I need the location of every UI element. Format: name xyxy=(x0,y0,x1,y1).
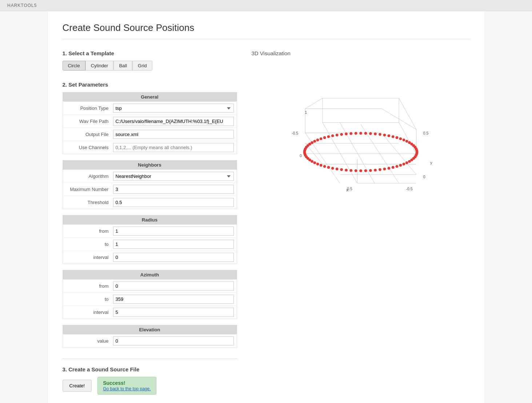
svg-point-81 xyxy=(340,133,343,136)
input-azimuth-to[interactable] xyxy=(113,295,234,304)
template-cylinder[interactable]: Cylinder xyxy=(85,61,114,71)
success-box: Success! Go back to the top page. xyxy=(97,377,156,395)
svg-point-46 xyxy=(374,169,377,172)
svg-point-90 xyxy=(383,133,386,136)
svg-point-87 xyxy=(369,132,372,135)
param-radius-interval: interval xyxy=(63,251,237,264)
svg-point-55 xyxy=(331,167,334,170)
input-radius-to[interactable] xyxy=(113,240,234,249)
label-radius-to: to xyxy=(66,242,113,247)
svg-point-74 xyxy=(313,140,316,143)
svg-point-85 xyxy=(359,132,362,135)
sound-source-circle xyxy=(303,132,418,172)
label-position-type: Position Type xyxy=(66,105,113,111)
input-use-channels[interactable] xyxy=(113,143,234,152)
svg-point-91 xyxy=(387,134,390,137)
label-wav-file-path: Wav File Path xyxy=(66,119,113,124)
svg-point-95 xyxy=(402,139,405,141)
input-radius-interval[interactable] xyxy=(113,253,234,262)
param-threshold: Threshold xyxy=(63,196,237,209)
svg-point-41 xyxy=(395,165,398,168)
svg-point-58 xyxy=(319,164,322,167)
label-use-channels: Use Channels xyxy=(66,145,113,150)
param-use-channels: Use Channels xyxy=(63,141,237,154)
input-algorithm[interactable]: NearestNeighbor xyxy=(113,172,234,181)
svg-point-45 xyxy=(379,168,381,171)
svg-point-51 xyxy=(349,169,352,172)
svg-point-96 xyxy=(405,140,408,143)
step2-title: 2. Set Parameters xyxy=(63,81,237,88)
label-maximum-number: Maximum Number xyxy=(66,187,113,192)
label-threshold: Threshold xyxy=(66,200,113,205)
step1-title: 1. Select a Template xyxy=(63,50,237,56)
viz-svg: x y -0.5 0.5 0.5 -0.5 0 0 1 xyxy=(252,60,470,213)
input-threshold[interactable] xyxy=(113,198,234,207)
svg-point-60 xyxy=(313,161,316,164)
svg-point-79 xyxy=(331,134,334,137)
svg-point-56 xyxy=(327,166,330,169)
svg-point-39 xyxy=(402,163,405,165)
svg-point-59 xyxy=(316,163,319,165)
template-ball[interactable]: Ball xyxy=(113,61,132,71)
svg-point-53 xyxy=(340,168,343,171)
svg-point-42 xyxy=(391,166,394,169)
create-button[interactable]: Create! xyxy=(63,380,92,392)
template-circle[interactable]: Circle xyxy=(63,61,85,71)
content-layout: 1. Select a Template Circle Cylinder Bal… xyxy=(63,50,470,395)
svg-point-52 xyxy=(345,169,348,172)
group-elevation-header: Elevation xyxy=(63,325,237,334)
svg-point-93 xyxy=(395,136,398,139)
svg-text:0.5: 0.5 xyxy=(347,187,352,191)
svg-line-13 xyxy=(305,133,340,183)
group-radius: Radius from to interval xyxy=(63,215,237,264)
input-elevation-value[interactable] xyxy=(113,336,234,346)
svg-point-47 xyxy=(369,169,372,172)
svg-point-83 xyxy=(349,132,352,135)
input-azimuth-from[interactable] xyxy=(113,282,234,291)
success-title: Success! xyxy=(103,380,151,386)
viz-title: 3D Visualization xyxy=(252,50,470,56)
group-azimuth: Azimuth from to interval xyxy=(63,270,237,319)
svg-point-54 xyxy=(335,168,338,171)
svg-point-38 xyxy=(405,161,408,164)
param-algorithm: Algorithm NearestNeighbor xyxy=(63,169,237,183)
label-azimuth-interval: interval xyxy=(66,310,113,315)
svg-point-49 xyxy=(359,169,362,172)
input-wav-file-path[interactable] xyxy=(113,117,234,126)
svg-point-48 xyxy=(364,169,367,172)
svg-point-80 xyxy=(335,133,338,136)
input-azimuth-interval[interactable] xyxy=(113,308,234,317)
svg-line-7 xyxy=(323,123,357,183)
template-buttons: Circle Cylinder Ball Grid xyxy=(63,61,237,71)
svg-point-57 xyxy=(323,165,326,168)
svg-point-84 xyxy=(354,132,357,135)
top-bar: HARKTOOL5 xyxy=(0,0,532,11)
group-general-header: General xyxy=(63,92,237,101)
group-neighbors-header: Neighbors xyxy=(63,160,237,169)
svg-text:1: 1 xyxy=(305,110,307,115)
svg-line-20 xyxy=(305,98,323,109)
label-azimuth-from: from xyxy=(66,283,113,289)
top-page-link[interactable]: Go back to the top page. xyxy=(103,386,151,391)
group-azimuth-header: Azimuth xyxy=(63,270,237,279)
svg-point-75 xyxy=(316,139,319,141)
param-azimuth-interval: interval xyxy=(63,306,237,319)
svg-point-37 xyxy=(408,160,411,163)
svg-text:0: 0 xyxy=(299,153,301,158)
svg-point-50 xyxy=(354,169,357,172)
create-row: Create! Success! Go back to the top page… xyxy=(63,377,237,395)
input-maximum-number[interactable] xyxy=(113,185,234,194)
group-general: General Position Type tsp Wav File Path … xyxy=(63,92,237,154)
input-position-type[interactable]: tsp xyxy=(113,104,234,113)
param-elevation-value: value xyxy=(63,334,237,347)
svg-text:0: 0 xyxy=(423,175,425,179)
param-azimuth-from: from xyxy=(63,279,237,292)
label-output-file: Output File xyxy=(66,132,113,137)
template-grid[interactable]: Grid xyxy=(132,61,152,71)
input-radius-from[interactable] xyxy=(113,227,234,236)
param-maximum-number: Maximum Number xyxy=(63,183,237,196)
svg-point-43 xyxy=(387,167,390,170)
param-position-type: Position Type tsp xyxy=(63,101,237,115)
left-panel: 1. Select a Template Circle Cylinder Bal… xyxy=(63,50,237,395)
input-output-file[interactable] xyxy=(113,130,234,139)
